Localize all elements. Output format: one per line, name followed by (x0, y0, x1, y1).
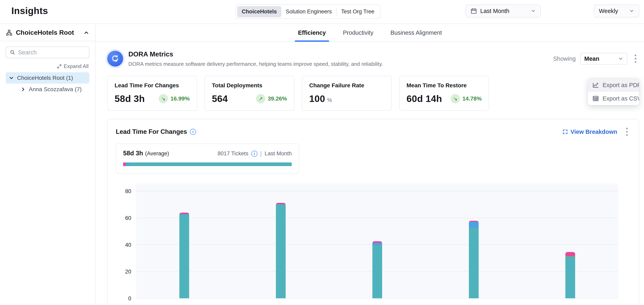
trend-down-arrow-icon: ↘ (450, 94, 460, 103)
export-menu: Export as PDF Export as CSV (588, 78, 639, 105)
bar-segment-deployment (566, 257, 575, 299)
bar-segment-review (469, 222, 479, 228)
info-icon[interactable]: i (251, 151, 258, 157)
chevron-down-icon (531, 8, 536, 13)
tab-efficiency[interactable]: Efficiency (296, 29, 328, 41)
chart-title-text: Lead Time For Changes (116, 128, 187, 135)
y-tick-label: 20 (125, 269, 131, 275)
y-tick-label: 40 (125, 242, 131, 248)
chart-title: Lead Time For Changes i (116, 128, 196, 135)
stacked-bar-4[interactable] (469, 221, 479, 298)
org-tab-choicehotels[interactable]: ChoiceHotels (237, 6, 281, 17)
org-tree-sidebar: ChoiceHotels Root Expand All ChoiceHotel… (0, 24, 96, 305)
chart-plot-wrap: 02040608001 Jul-06 Jul07 Jul-13 Jul14 Ju… (136, 184, 618, 305)
expand-all-button[interactable]: Expand All (6, 63, 88, 69)
dora-title: DORA Metrics (128, 50, 548, 58)
trend-up-arrow-icon: ↗ (256, 94, 265, 103)
card-total-deployments: Total Deployments 564 ↗ 39.26% (204, 76, 294, 111)
aggregation-value: Mean (584, 55, 618, 62)
sidebar-collapse-button[interactable] (83, 30, 90, 36)
card-value: 564 (212, 93, 228, 104)
card-title: Total Deployments (212, 82, 287, 89)
tickets-count: 8017 Tickets (218, 150, 248, 157)
org-tab-test-org-tree[interactable]: Test Org Tree (337, 6, 379, 17)
chart-kebab-menu-button[interactable] (623, 126, 630, 137)
trend-delta: 16.99% (170, 95, 190, 102)
average-summary-card: 58d 3h (Average) 8017 Tickets i | Last M… (116, 144, 299, 173)
org-tab-group: ChoiceHotels Solution Engineers Test Org… (236, 4, 380, 19)
bar-segment-deployment (372, 245, 382, 298)
sidebar-title: ChoiceHotels Root (16, 29, 80, 36)
dora-titles: DORA Metrics DORA metrics measure softwa… (128, 50, 548, 67)
bar-segment-planning (180, 213, 189, 214)
granularity-dropdown[interactable]: Weekly (594, 4, 639, 17)
metric-cards-row: Lead Time For Changes 58d 3h ↘ 16.99% To… (107, 76, 639, 111)
bar-segment-planning (372, 241, 382, 243)
trend-down-arrow-icon: ↘ (159, 94, 168, 103)
chart-plot: 02040608001 Jul-06 Jul07 Jul-13 Jul14 Ju… (136, 184, 618, 299)
stacked-bar-5[interactable] (566, 252, 575, 298)
chart-export-icon (592, 82, 599, 88)
chevron-right-icon[interactable] (20, 86, 26, 92)
calendar-icon (470, 8, 477, 14)
separator: | (260, 150, 262, 157)
bar-segment-deployment (180, 215, 189, 298)
card-title: Change Failure Rate (309, 82, 384, 89)
bar-segment-planning (566, 252, 575, 256)
view-breakdown-label: View Breakdown (570, 129, 617, 135)
bar-segment-planning (276, 203, 286, 204)
aggregation-dropdown[interactable]: Mean (580, 53, 627, 65)
table-icon (592, 95, 599, 102)
trend-badge: ↘ 14.78% (450, 94, 482, 103)
showing-label: Showing (553, 55, 576, 62)
export-csv-menu-item[interactable]: Export as CSV (588, 92, 639, 105)
date-range-dropdown[interactable]: Last Month (466, 4, 541, 17)
chart-header-actions: View Breakdown (562, 126, 630, 137)
page-title: Insights (12, 5, 48, 16)
trend-badge: ↘ 16.99% (159, 94, 190, 103)
chevron-down-icon (618, 56, 623, 61)
view-breakdown-button[interactable]: View Breakdown (562, 129, 617, 135)
bar-segment-deployment (469, 228, 479, 299)
search-icon (10, 49, 15, 55)
tree-item-choicehotels-root[interactable]: ChoiceHotels Root (1) (6, 72, 90, 84)
bar-segment-review (372, 243, 382, 245)
bar-segment-deployment (276, 205, 286, 298)
dora-description: DORA metrics measure software delivery p… (128, 61, 548, 67)
trend-badge: ↗ 39.26% (256, 94, 287, 103)
granularity-value: Weekly (599, 8, 626, 14)
y-tick-label: 0 (128, 295, 131, 302)
y-tick-label: 60 (125, 215, 131, 221)
dashboard-content: DORA Metrics DORA metrics measure softwa… (96, 42, 644, 305)
trend-delta: 14.78% (462, 95, 482, 102)
gridline-60 (136, 218, 618, 218)
stacked-bar-2[interactable] (276, 203, 286, 299)
date-range-value: Last Month (480, 8, 528, 14)
card-value: 100 (309, 93, 325, 104)
stacked-bar-3[interactable] (372, 241, 382, 299)
org-tab-solution-engineers[interactable]: Solution Engineers (281, 6, 336, 17)
tab-business-alignment[interactable]: Business Alignment (388, 29, 444, 41)
gridline-80 (136, 191, 618, 191)
search-input[interactable] (18, 49, 85, 56)
org-tree-icon (6, 29, 12, 36)
info-icon[interactable]: i (190, 129, 196, 135)
expand-diagonal-icon (57, 64, 62, 69)
dora-kebab-menu-button[interactable] (632, 53, 639, 64)
stacked-bar-1[interactable] (180, 213, 189, 298)
chevron-down-icon[interactable] (8, 75, 14, 81)
tree-item-anna-scozzafava[interactable]: Anna Scozzafava (7) (18, 84, 90, 95)
lead-time-chart-card: Lead Time For Changes i View Breakdown 5… (107, 119, 639, 305)
card-mean-time-to-restore: Mean Time To Restore 60d 14h ↘ 14.78% (399, 76, 489, 111)
card-title: Mean Time To Restore (406, 82, 482, 89)
export-pdf-menu-item[interactable]: Export as PDF (588, 78, 639, 92)
card-change-failure-rate: Change Failure Rate 100 % (302, 76, 392, 111)
average-label: (Average) (145, 150, 169, 157)
tree-item-label: Anna Scozzafava (7) (29, 86, 82, 93)
sidebar-header: ChoiceHotels Root (0, 24, 95, 41)
chevron-up-icon (83, 30, 90, 36)
expand-corners-icon (562, 129, 568, 135)
tab-productivity[interactable]: Productivity (341, 29, 376, 41)
chart-header: Lead Time For Changes i View Breakdown (116, 126, 630, 137)
card-unit: % (327, 97, 332, 103)
